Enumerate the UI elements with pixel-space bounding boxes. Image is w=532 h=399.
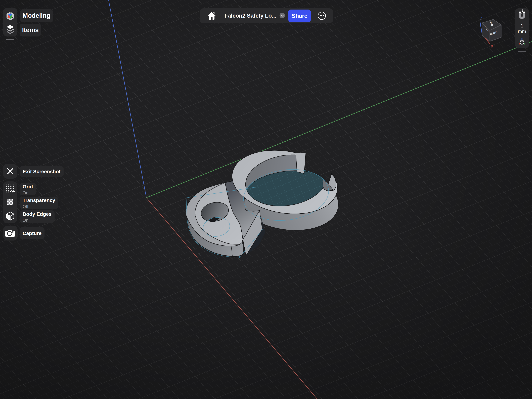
svg-text:mm: mm [518,29,526,34]
svg-text:1: 1 [521,23,524,28]
svg-text:X: X [490,44,494,49]
svg-text:Z: Z [480,16,483,22]
